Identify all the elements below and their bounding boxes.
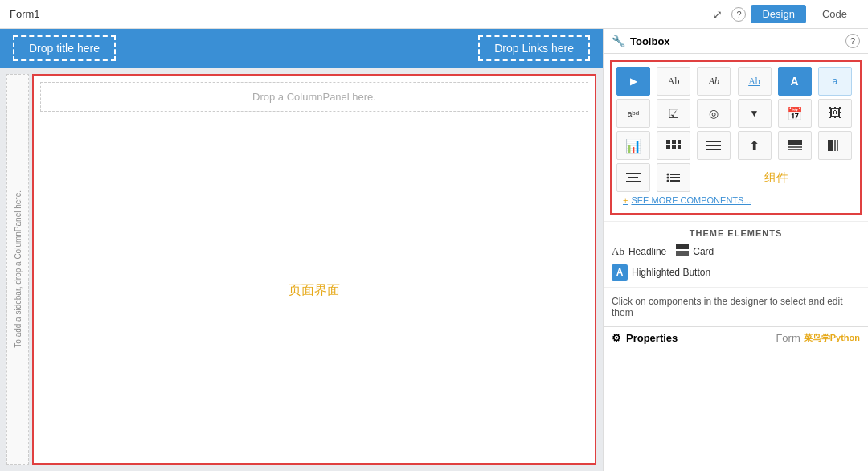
svg-rect-0 — [666, 140, 670, 144]
help-icon[interactable]: ? — [731, 7, 746, 22]
svg-point-20 — [667, 177, 669, 179]
theme-section: THEME ELEMENTS Ab Headline Card A Highli… — [604, 221, 868, 287]
radio-tool[interactable]: ◎ — [697, 99, 731, 128]
calendar-tool[interactable]: 📅 — [778, 99, 812, 128]
form-header: Drop title here Drop Links here — [0, 29, 603, 68]
svg-rect-12 — [828, 140, 833, 151]
sidebar-hint-text: To add a sidebar, drop a ColumnPanel her… — [14, 190, 23, 348]
top-bar-right: ⤢ ? Design Code — [709, 5, 858, 23]
card-label: Card — [693, 246, 714, 257]
toolbox-panel: 🔧 Toolbox ? ▶ Ab Ab Ab A a abd ☑ ◎ ▼ 📅 � — [603, 29, 868, 471]
design-tab[interactable]: Design — [751, 5, 805, 23]
headline-icon: Ab — [612, 245, 624, 258]
toolbox-header-left: 🔧 Toolbox — [612, 35, 670, 47]
svg-point-18 — [667, 174, 669, 176]
toolbox-help-icon[interactable]: ? — [845, 34, 860, 48]
properties-icon: ⚙ — [612, 332, 621, 344]
toolbox-title: Toolbox — [630, 35, 670, 47]
highlighted-button-icon: A — [612, 264, 628, 281]
watermark-area: Form 菜鸟学Python — [776, 332, 860, 344]
form-title: Form1 — [10, 8, 40, 20]
dropdown-tool[interactable]: ▼ — [738, 99, 772, 128]
properties-section: ⚙ Properties Form 菜鸟学Python — [604, 326, 868, 349]
info-text: Click on components in the designer to s… — [604, 287, 868, 326]
top-bar-left: Form1 — [10, 8, 40, 20]
watermark-text: 菜鸟学Python — [804, 332, 860, 344]
zujian-label: 组件 — [697, 163, 855, 192]
sidebar-drop-zone[interactable]: To add a sidebar, drop a ColumnPanel her… — [6, 74, 29, 465]
drop-links-button[interactable]: Drop Links here — [478, 35, 590, 61]
content-wrapper: Drop a ColumnPanel here. 页面界面 — [32, 74, 596, 465]
barchart-tool[interactable]: 📊 — [616, 131, 650, 160]
drop-title-button[interactable]: Drop title here — [13, 35, 116, 61]
hsplit-tool[interactable] — [778, 131, 812, 160]
column-panel-drop-zone[interactable]: Drop a ColumnPanel here. — [40, 82, 588, 112]
main-layout: Drop title here Drop Links here To add a… — [0, 29, 868, 471]
list-tool[interactable] — [657, 163, 690, 192]
page-area: 页面界面 — [34, 118, 595, 463]
theme-section-title: THEME ELEMENTS — [612, 228, 860, 238]
hlines-tool[interactable] — [697, 131, 731, 160]
component-grid-wrapper: ▶ Ab Ab Ab A a abd ☑ ◎ ▼ 📅 🖼 📊 — [610, 60, 862, 215]
expand-icon[interactable]: ⤢ — [709, 6, 727, 23]
component-grid: ▶ Ab Ab Ab A a abd ☑ ◎ ▼ 📅 🖼 📊 — [616, 67, 855, 192]
vsplit-tool[interactable] — [818, 131, 852, 160]
card-icon — [676, 244, 689, 258]
code-tab[interactable]: Code — [811, 5, 858, 23]
upload-tool[interactable]: ⬆ — [738, 131, 772, 160]
image-tool[interactable]: 🖼 — [818, 99, 852, 128]
see-more-components[interactable]: + SEE MORE COMPONENTS... — [616, 192, 855, 208]
properties-left: ⚙ Properties — [612, 332, 678, 344]
toolbox-header: 🔧 Toolbox ? — [604, 29, 868, 54]
svg-rect-5 — [678, 145, 681, 149]
checkbox-tool[interactable]: ☑ — [657, 99, 690, 128]
theme-card[interactable]: Card — [676, 244, 714, 258]
designer-area: Drop title here Drop Links here To add a… — [0, 29, 603, 471]
svg-rect-25 — [676, 251, 689, 256]
properties-value: Form — [776, 332, 800, 344]
form-body: To add a sidebar, drop a ColumnPanel her… — [0, 68, 603, 471]
input-tool[interactable]: a — [818, 67, 852, 96]
button-tool[interactable]: A — [778, 67, 812, 96]
top-bar: Form1 ⤢ ? Design Code — [0, 0, 868, 29]
textarea-tool[interactable]: abd — [616, 99, 650, 128]
svg-rect-2 — [678, 140, 681, 144]
theme-headline[interactable]: Ab Headline — [612, 245, 666, 258]
highlighted-button-label: Highlighted Button — [632, 267, 710, 278]
page-label: 页面界面 — [289, 282, 340, 299]
svg-rect-9 — [788, 140, 802, 145]
svg-rect-19 — [670, 174, 680, 175]
theme-items: Ab Headline Card — [612, 244, 860, 258]
cursor-tool[interactable]: ▶ — [616, 67, 650, 96]
halign-tool[interactable] — [616, 163, 650, 192]
svg-rect-24 — [676, 244, 689, 249]
text-tool-1[interactable]: Ab — [657, 67, 690, 96]
grid-tool[interactable] — [657, 131, 690, 160]
svg-rect-1 — [672, 140, 676, 144]
text-tool-3[interactable]: Ab — [738, 67, 772, 96]
text-tool-2[interactable]: Ab — [697, 67, 731, 96]
properties-title: Properties — [626, 332, 678, 344]
svg-rect-3 — [666, 145, 670, 149]
theme-button-item[interactable]: A Highlighted Button — [612, 264, 860, 281]
svg-rect-4 — [672, 145, 676, 149]
svg-rect-23 — [670, 180, 680, 182]
svg-point-22 — [667, 180, 669, 182]
wrench-icon: 🔧 — [612, 35, 625, 47]
svg-rect-21 — [670, 177, 680, 178]
headline-label: Headline — [628, 246, 666, 257]
